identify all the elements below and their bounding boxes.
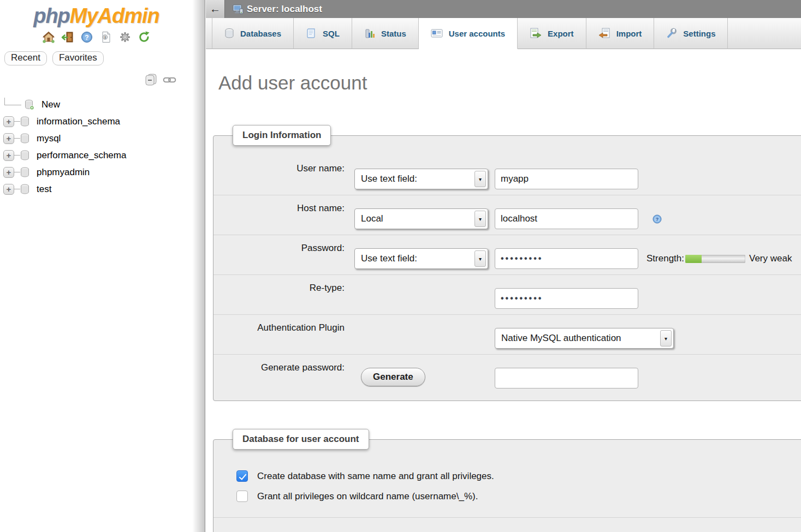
create-database-option[interactable]: Create database with same name and grant… <box>213 470 801 482</box>
password-strength: Strength: Very weak <box>646 248 792 269</box>
tree-connector <box>14 172 20 172</box>
chevron-down-icon: ▾ <box>474 211 486 227</box>
expand-icon[interactable]: + <box>3 150 14 161</box>
logout-icon[interactable] <box>61 30 75 44</box>
tree-item-label: performance_schema <box>37 150 126 161</box>
home-icon[interactable] <box>41 30 56 44</box>
password-input[interactable] <box>495 248 638 269</box>
database-for-user-account-fieldset: Database for user account Create databas… <box>213 439 801 532</box>
tab-label: Settings <box>683 29 715 38</box>
tree-item-database[interactable]: + phpmyadmin <box>0 164 193 181</box>
tab-settings[interactable]: Settings <box>654 18 728 49</box>
logo-php-part: php <box>33 4 70 27</box>
import-icon <box>598 28 610 39</box>
documentation-icon[interactable]: i <box>99 30 113 44</box>
recent-button[interactable]: Recent <box>4 51 47 65</box>
grant-wildcard-checkbox[interactable] <box>236 491 248 502</box>
topbar: ← Server: localhost <box>206 0 801 18</box>
grant-wildcard-option[interactable]: Grant all privileges on wildcard name (u… <box>213 491 801 502</box>
tab-status[interactable]: Status <box>352 18 419 49</box>
database-icon <box>20 116 29 127</box>
sidebar-resize-handle[interactable] <box>193 0 205 532</box>
auth-plugin-row: Authentication Plugin Native MySQL authe… <box>213 315 801 355</box>
tab-label: Databases <box>240 29 281 38</box>
username-type-select[interactable]: Use text field: ▾ <box>354 169 488 189</box>
strength-value: Very weak <box>749 253 792 264</box>
help-icon[interactable]: ? <box>80 30 94 44</box>
password-label: Password: <box>213 240 345 269</box>
tree-tools <box>0 73 176 89</box>
tree-connector <box>4 98 21 105</box>
hostname-label: Host name: <box>213 200 345 229</box>
tree-item-database[interactable]: + mysql <box>0 130 193 147</box>
main-content: ← Server: localhost Databases SQL Status <box>206 0 801 532</box>
auth-plugin-select[interactable]: Native MySQL authentication ▾ <box>495 328 674 349</box>
password-strength-fill <box>685 255 702 263</box>
strength-label: Strength: <box>646 253 684 264</box>
tab-sql[interactable]: SQL <box>294 18 352 49</box>
username-input[interactable] <box>495 169 638 189</box>
reload-icon[interactable] <box>137 30 151 44</box>
svg-text:i: i <box>104 35 105 40</box>
new-database-icon <box>25 99 34 110</box>
tab-export[interactable]: Export <box>518 18 586 49</box>
password-type-select[interactable]: Use text field: ▾ <box>354 248 488 269</box>
database-icon <box>20 184 29 194</box>
svg-text:?: ? <box>656 217 659 222</box>
tab-label: Status <box>381 29 406 38</box>
tree-connector <box>14 138 20 139</box>
tree-item-label: phpmyadmin <box>37 167 90 178</box>
generate-button[interactable]: Generate <box>361 368 425 386</box>
password-row: Password: Use text field: ▾ Strength: <box>213 235 801 275</box>
checkbox-label[interactable]: Grant all privileges on wildcard name (u… <box>257 491 478 502</box>
tree-connector <box>14 155 20 156</box>
tree-item-label: New <box>41 99 60 110</box>
hostname-type-select[interactable]: Local ▾ <box>354 208 488 229</box>
expand-icon[interactable]: + <box>3 167 14 178</box>
phpmyadmin-logo[interactable]: phpMyAdmin <box>0 4 193 28</box>
tree-item-database[interactable]: + test <box>0 181 193 198</box>
server-title: Server: localhost <box>247 4 322 15</box>
retype-password-input[interactable] <box>495 288 638 309</box>
status-icon <box>364 28 375 39</box>
user-accounts-icon <box>431 28 443 38</box>
tree-connector <box>14 121 20 122</box>
hostname-input[interactable] <box>495 208 638 229</box>
tab-import[interactable]: Import <box>586 18 655 49</box>
tab-label: SQL <box>323 29 340 38</box>
tab-bar: Databases SQL Status User accounts Expor… <box>206 18 801 49</box>
username-row: User name: Use text field: ▾ <box>213 156 801 195</box>
username-label: User name: <box>213 160 345 189</box>
server-breadcrumb: Server: localhost <box>225 0 801 18</box>
password-strength-meter <box>685 255 745 263</box>
server-icon <box>233 4 244 14</box>
retype-password-row: Re-type: <box>213 275 801 315</box>
tree-item-new-database[interactable]: New <box>0 96 193 113</box>
generate-password-label: Generate password: <box>213 359 345 388</box>
tab-databases[interactable]: Databases <box>212 18 294 49</box>
tree-item-label: information_schema <box>37 116 120 127</box>
chevron-down-icon: ▾ <box>474 250 486 267</box>
back-button[interactable]: ← <box>206 0 225 18</box>
favorites-button[interactable]: Favorites <box>52 51 104 65</box>
tab-user-accounts[interactable]: User accounts <box>419 18 518 49</box>
sidebar-quick-tabs: Recent Favorites <box>4 51 193 65</box>
settings-gear-icon[interactable] <box>118 30 132 44</box>
tree-item-label: test <box>37 184 51 195</box>
hostname-row: Host name: Local ▾ ? <box>213 195 801 235</box>
database-for-user-account-legend: Database for user account <box>233 429 369 450</box>
login-information-fieldset: Login Information User name: Use text fi… <box>213 135 801 401</box>
hostname-help-icon[interactable]: ? <box>652 208 662 229</box>
generated-password-input[interactable] <box>495 368 638 388</box>
database-icon <box>20 167 29 177</box>
link-with-main-panel-icon[interactable] <box>163 76 176 86</box>
checkbox-label[interactable]: Create database with same name and grant… <box>257 471 494 482</box>
create-database-checkbox[interactable] <box>236 470 248 482</box>
sidebar: phpMyAdmin ? i Recent Favorites <box>0 0 193 532</box>
tree-item-database[interactable]: + information_schema <box>0 113 193 130</box>
expand-icon[interactable]: + <box>3 133 14 144</box>
expand-icon[interactable]: + <box>3 184 14 195</box>
collapse-all-icon[interactable] <box>144 73 158 89</box>
expand-icon[interactable]: + <box>3 116 14 127</box>
tree-item-database[interactable]: + performance_schema <box>0 147 193 164</box>
